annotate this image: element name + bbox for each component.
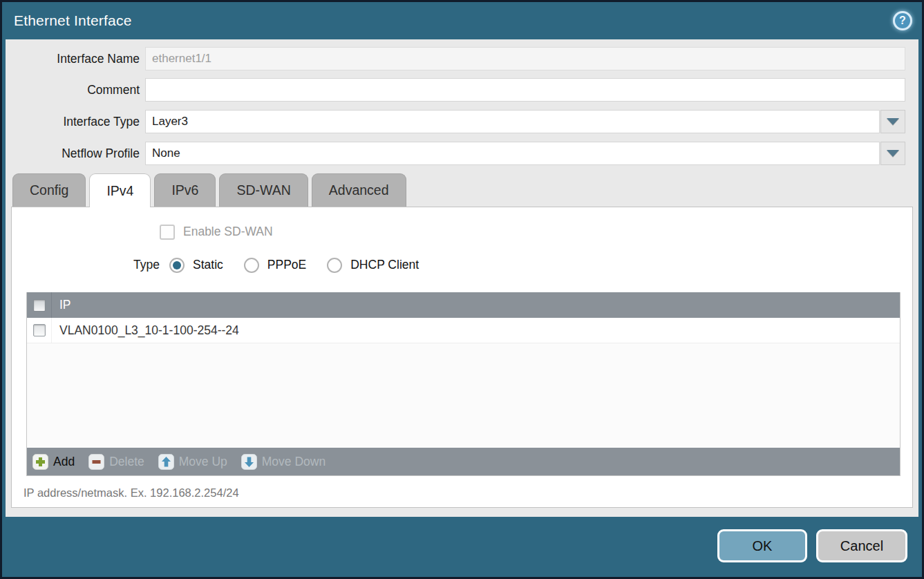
form-row-interface-name: Interface Name bbox=[6, 47, 918, 70]
comment-input[interactable] bbox=[145, 78, 905, 102]
ip-table-toolbar: Add Delete Move Up bbox=[27, 448, 900, 475]
form-row-comment: Comment bbox=[6, 78, 918, 102]
move-up-button-label: Move Up bbox=[179, 455, 227, 469]
ok-button[interactable]: OK bbox=[717, 529, 807, 562]
interface-name-input bbox=[145, 47, 905, 70]
chevron-down-icon bbox=[887, 150, 899, 157]
netflow-profile-input[interactable] bbox=[145, 142, 880, 165]
interface-type-dropdown-button[interactable] bbox=[880, 110, 905, 133]
arrow-down-icon bbox=[241, 454, 257, 470]
type-label: Type bbox=[12, 258, 160, 272]
form-row-interface-type: Interface Type bbox=[6, 110, 918, 133]
tab-ipv6[interactable]: IPv6 bbox=[154, 173, 216, 207]
add-button[interactable]: Add bbox=[32, 454, 75, 470]
interface-type-label: Interface Type bbox=[6, 115, 140, 129]
plus-icon bbox=[32, 454, 48, 470]
radio-dhcp-label: DHCP Client bbox=[350, 258, 419, 272]
ip-table: IP VLAN0100_L3_10-1-100-254--24 bbox=[26, 292, 901, 476]
move-down-button[interactable]: Move Down bbox=[241, 454, 326, 470]
radio-pppoe-circle[interactable] bbox=[244, 258, 259, 273]
radio-dhcp-client[interactable]: DHCP Client bbox=[327, 258, 419, 273]
radio-pppoe[interactable]: PPPoE bbox=[244, 258, 306, 273]
radio-static[interactable]: Static bbox=[169, 258, 223, 273]
delete-button[interactable]: Delete bbox=[88, 454, 144, 470]
dialog-title: Ethernet Interface bbox=[14, 12, 893, 29]
delete-button-label: Delete bbox=[109, 455, 144, 469]
enable-sdwan-label: Enable SD-WAN bbox=[183, 225, 273, 239]
ip-cell: VLAN0100_L3_10-1-100-254--24 bbox=[52, 318, 239, 343]
row-check-cell bbox=[27, 318, 52, 343]
dialog-body: Interface Name Comment Interface Type Ne… bbox=[6, 39, 918, 517]
ip-column-header: IP bbox=[52, 292, 71, 318]
radio-static-label: Static bbox=[193, 258, 223, 272]
form-row-netflow-profile: Netflow Profile bbox=[6, 142, 918, 165]
move-up-button[interactable]: Move Up bbox=[158, 454, 227, 470]
arrow-up-icon bbox=[158, 454, 174, 470]
help-glyph: ? bbox=[899, 15, 906, 27]
radio-dhcp-circle[interactable] bbox=[327, 258, 342, 273]
tab-strip: Config IPv4 IPv6 SD-WAN Advanced bbox=[12, 173, 918, 207]
enable-sdwan-row: Enable SD-WAN bbox=[160, 224, 912, 240]
minus-icon bbox=[88, 454, 104, 470]
netflow-profile-label: Netflow Profile bbox=[6, 146, 140, 161]
interface-type-input[interactable] bbox=[145, 110, 880, 133]
move-down-button-label: Move Down bbox=[262, 455, 326, 469]
comment-label: Comment bbox=[6, 83, 140, 97]
ip-format-hint: IP address/netmask. Ex. 192.168.2.254/24 bbox=[23, 486, 912, 500]
tab-advanced[interactable]: Advanced bbox=[312, 173, 406, 207]
tab-ipv4[interactable]: IPv4 bbox=[89, 173, 151, 207]
enable-sdwan-checkbox bbox=[160, 225, 175, 240]
type-radio-row: Type Static PPPoE DHCP Client bbox=[12, 257, 912, 273]
radio-pppoe-label: PPPoE bbox=[267, 258, 306, 272]
tab-sdwan[interactable]: SD-WAN bbox=[219, 173, 308, 207]
dialog-footer: OK Cancel bbox=[2, 517, 922, 577]
chevron-down-icon bbox=[887, 118, 899, 125]
ethernet-interface-dialog: Ethernet Interface ? Interface Name Comm… bbox=[0, 0, 924, 579]
netflow-profile-dropdown-button[interactable] bbox=[880, 142, 905, 165]
interface-name-label: Interface Name bbox=[6, 52, 140, 66]
cancel-button[interactable]: Cancel bbox=[816, 529, 907, 562]
dialog-titlebar: Ethernet Interface ? bbox=[2, 2, 922, 39]
tab-config[interactable]: Config bbox=[12, 173, 86, 207]
add-button-label: Add bbox=[53, 455, 75, 469]
header-check-cell bbox=[27, 292, 52, 318]
row-checkbox[interactable] bbox=[33, 324, 46, 336]
ipv4-tab-panel: Enable SD-WAN Type Static PPPoE DHCP Cli… bbox=[11, 207, 913, 508]
ip-table-body: VLAN0100_L3_10-1-100-254--24 bbox=[27, 318, 900, 448]
select-all-checkbox[interactable] bbox=[33, 299, 46, 312]
table-row[interactable]: VLAN0100_L3_10-1-100-254--24 bbox=[27, 318, 900, 343]
radio-static-circle[interactable] bbox=[169, 258, 185, 273]
ip-table-header: IP bbox=[27, 292, 900, 318]
help-icon[interactable]: ? bbox=[893, 11, 912, 30]
